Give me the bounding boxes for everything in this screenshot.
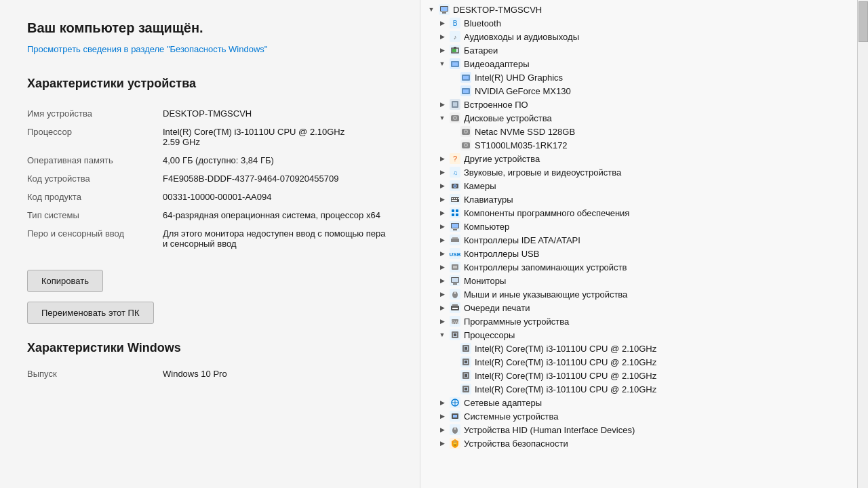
field-value: 00331-10000-00001-AA094 (163, 188, 393, 206)
scrollbar-thumb[interactable] (859, 1, 868, 42)
security-link[interactable]: Просмотреть сведения в разделе "Безопасн… (27, 43, 267, 56)
tree-item-label: Контроллеры USB (464, 249, 539, 259)
tree-item[interactable]: Intel(R) Core(TM) i3-10110U CPU @ 2.10GH… (420, 382, 868, 396)
tree-item-label: Встроенное ПО (464, 100, 528, 110)
tree-item[interactable]: Процессоры (420, 328, 868, 342)
scrollbar[interactable] (857, 0, 868, 488)
tree-item[interactable]: 🔒Устройства безопасности (420, 436, 868, 450)
expand-closed-icon[interactable] (437, 411, 448, 422)
expand-open-icon[interactable] (437, 58, 448, 69)
tree-item[interactable]: ?Другие устройства (420, 152, 868, 165)
rename-button[interactable]: Переименовать этот ПК (27, 302, 154, 324)
expand-closed-icon[interactable] (437, 31, 448, 42)
tree-item-icon (449, 397, 461, 408)
field-value: F4E9058B-DDDF-4377-9464-070920455709 (163, 169, 393, 188)
tree-item[interactable]: Сетевые адаптеры (420, 396, 868, 409)
tree-item-label: Мониторы (464, 276, 506, 286)
tree-item[interactable]: Intel(R) Core(TM) i3-10110U CPU @ 2.10GH… (420, 342, 868, 355)
tree-item[interactable]: Netac NVMe SSD 128GB (420, 125, 868, 138)
expand-closed-icon[interactable] (437, 18, 448, 28)
tree-item[interactable]: ST1000LM035-1RK172 (420, 138, 868, 152)
tree-item[interactable]: Компоненты программного обеспечения (420, 206, 868, 220)
tree-item-icon: SW (449, 316, 461, 327)
tree-item[interactable]: Компьютер (420, 220, 868, 233)
svg-text:B: B (453, 20, 458, 27)
tree-item-icon (460, 85, 472, 96)
svg-text:🔒: 🔒 (452, 440, 458, 447)
tree-item-label: NVIDIA GeForce MX130 (475, 86, 571, 96)
tree-item[interactable]: BBluetooth (420, 16, 868, 30)
tree-item[interactable]: NVIDIA GeForce MX130 (420, 84, 868, 98)
tree-item-label: Компьютер (464, 222, 509, 232)
svg-rect-53 (456, 209, 458, 212)
tree-item-icon (449, 113, 461, 123)
expand-closed-icon[interactable] (437, 180, 448, 191)
tree-item[interactable]: USBКонтроллеры USB (420, 247, 868, 260)
device-section-title: Характеристики устройства (27, 77, 393, 91)
expand-closed-icon[interactable] (437, 167, 448, 178)
tree-item[interactable]: DESKTOP-TMGSCVH (420, 3, 868, 16)
expand-open-icon[interactable] (437, 329, 448, 340)
field-value: 4,00 ГБ (доступно: 3,84 ГБ) (163, 151, 393, 169)
expand-closed-icon[interactable] (437, 194, 448, 205)
expand-closed-icon[interactable] (437, 221, 448, 232)
tree-item[interactable]: Контроллеры IDE ATA/ATAPI (420, 233, 868, 247)
expand-closed-icon[interactable] (437, 302, 448, 313)
tree-item-label: Устройства безопасности (464, 439, 568, 449)
svg-rect-79 (452, 308, 458, 309)
tree-item[interactable]: Контроллеры запоминающих устройств (420, 260, 868, 274)
tree-item[interactable]: ♪Аудиовходы и аудиовыходы (420, 30, 868, 43)
tree-item-icon: ♫ (449, 167, 461, 178)
field-label: Тип системы (27, 206, 163, 224)
expand-closed-icon[interactable] (437, 45, 448, 56)
expand-open-icon[interactable] (426, 4, 437, 15)
tree-item[interactable]: Мониторы (420, 274, 868, 287)
expand-closed-icon[interactable] (437, 99, 448, 110)
tree-item[interactable]: Дисковые устройства (420, 111, 868, 125)
field-label: Код продукта (27, 188, 163, 206)
expand-closed-icon[interactable] (437, 424, 448, 435)
expand-closed-icon[interactable] (437, 397, 448, 408)
tree-item-icon (449, 262, 461, 272)
tree-item[interactable]: Устройства HID (Human Interface Devices) (420, 423, 868, 436)
copy-button[interactable]: Копировать (27, 270, 103, 292)
tree-item[interactable]: Камеры (420, 179, 868, 192)
tree-item[interactable]: Intel(R) Core(TM) i3-10110U CPU @ 2.10GH… (420, 355, 868, 369)
expand-closed-icon[interactable] (437, 289, 448, 300)
win-field-label: Выпуск (27, 365, 163, 382)
tree-item[interactable]: Intel(R) UHD Graphics (420, 70, 868, 84)
tree-item-icon (460, 126, 472, 137)
svg-rect-59 (453, 229, 457, 230)
svg-text:♪: ♪ (454, 34, 457, 41)
svg-rect-62 (452, 237, 458, 239)
tree-item-label: Камеры (464, 181, 496, 191)
tree-item[interactable]: Мыши и иные указывающие устройства (420, 287, 868, 301)
tree-item[interactable]: ♫Звуковые, игровые и видеоустройства (420, 165, 868, 179)
tree-item-icon (449, 235, 461, 245)
tree-item-icon: ? (449, 153, 461, 164)
tree-item[interactable]: SWПрограммные устройства (420, 314, 868, 328)
expand-closed-icon[interactable] (437, 262, 448, 272)
tree-item[interactable]: Видеоадаптеры (420, 57, 868, 70)
tree-item-icon (449, 275, 461, 286)
expand-open-icon[interactable] (437, 113, 448, 123)
tree-item[interactable]: Системные устройства (420, 409, 868, 423)
expand-closed-icon[interactable] (437, 275, 448, 286)
windows-section-title: Характеристики Windows (27, 341, 393, 355)
expand-closed-icon[interactable] (437, 153, 448, 164)
field-label: Перо и сенсорный ввод (27, 224, 163, 253)
expand-closed-icon[interactable] (437, 235, 448, 245)
expand-closed-icon[interactable] (437, 207, 448, 218)
field-label: Процессор (27, 123, 163, 151)
tree-item[interactable]: Intel(R) Core(TM) i3-10110U CPU @ 2.10GH… (420, 369, 868, 382)
expand-closed-icon[interactable] (437, 438, 448, 449)
tree-item[interactable]: Встроенное ПО (420, 98, 868, 111)
tree-item[interactable]: Очереди печати (420, 301, 868, 314)
tree-item-label: Аудиовходы и аудиовыходы (464, 32, 579, 42)
svg-rect-72 (453, 283, 457, 285)
expand-closed-icon[interactable] (437, 316, 448, 327)
tree-item[interactable]: Батареи (420, 43, 868, 57)
tree-item[interactable]: Клавиатуры (420, 192, 868, 206)
expand-closed-icon[interactable] (437, 248, 448, 259)
tree-item-icon: B (449, 18, 461, 28)
